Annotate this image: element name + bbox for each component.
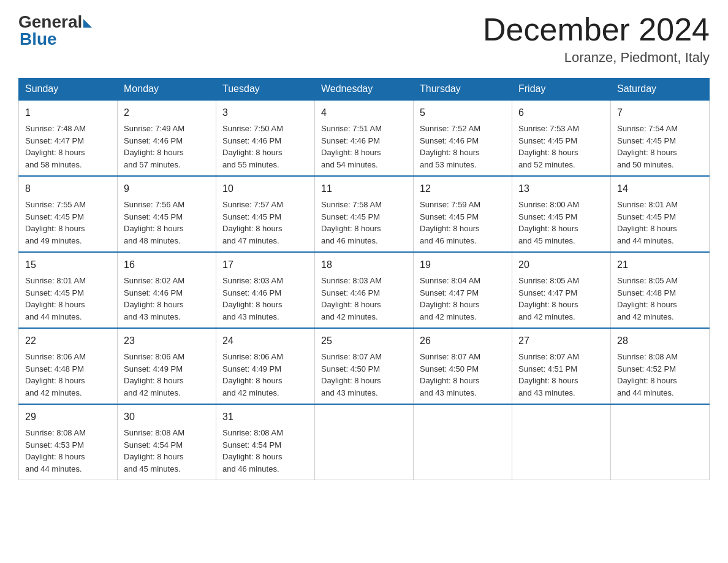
day-info: Sunrise: 8:05 AM Sunset: 4:47 PM Dayligh… xyxy=(518,275,604,323)
day-info: Sunrise: 8:08 AM Sunset: 4:53 PM Dayligh… xyxy=(25,427,111,475)
day-number: 20 xyxy=(518,258,604,272)
table-row: 20 Sunrise: 8:05 AM Sunset: 4:47 PM Dayl… xyxy=(512,252,611,328)
title-block: December 2024 Loranze, Piedmont, Italy xyxy=(483,12,710,66)
day-info: Sunrise: 7:59 AM Sunset: 4:45 PM Dayligh… xyxy=(420,199,506,247)
day-info: Sunrise: 8:08 AM Sunset: 4:54 PM Dayligh… xyxy=(222,427,308,475)
table-row: 26 Sunrise: 8:07 AM Sunset: 4:50 PM Dayl… xyxy=(414,328,512,404)
day-number: 5 xyxy=(420,105,506,120)
day-info: Sunrise: 7:49 AM Sunset: 4:46 PM Dayligh… xyxy=(124,123,210,170)
day-number: 13 xyxy=(518,182,604,196)
table-row: 9 Sunrise: 7:56 AM Sunset: 4:45 PM Dayli… xyxy=(118,176,216,252)
day-number: 17 xyxy=(222,258,308,272)
table-row: 12 Sunrise: 7:59 AM Sunset: 4:45 PM Dayl… xyxy=(414,176,512,252)
table-row: 25 Sunrise: 8:07 AM Sunset: 4:50 PM Dayl… xyxy=(315,328,414,404)
calendar-header-row: Sunday Monday Tuesday Wednesday Thursday… xyxy=(19,79,710,101)
table-row xyxy=(611,404,710,480)
location-title: Loranze, Piedmont, Italy xyxy=(483,50,710,66)
day-number: 10 xyxy=(222,182,308,196)
day-info: Sunrise: 8:04 AM Sunset: 4:47 PM Dayligh… xyxy=(420,275,506,323)
day-info: Sunrise: 8:03 AM Sunset: 4:46 PM Dayligh… xyxy=(222,275,308,323)
day-number: 16 xyxy=(124,258,210,272)
day-number: 9 xyxy=(124,182,210,196)
table-row: 17 Sunrise: 8:03 AM Sunset: 4:46 PM Dayl… xyxy=(216,252,315,328)
day-number: 15 xyxy=(25,258,111,272)
day-number: 18 xyxy=(321,258,407,272)
table-row: 3 Sunrise: 7:50 AM Sunset: 4:46 PM Dayli… xyxy=(216,100,315,176)
col-thursday: Thursday xyxy=(414,79,512,101)
day-info: Sunrise: 8:07 AM Sunset: 4:50 PM Dayligh… xyxy=(321,351,407,399)
day-number: 4 xyxy=(321,105,407,120)
day-number: 3 xyxy=(222,105,308,120)
day-info: Sunrise: 8:02 AM Sunset: 4:46 PM Dayligh… xyxy=(124,275,210,323)
table-row: 19 Sunrise: 8:04 AM Sunset: 4:47 PM Dayl… xyxy=(414,252,512,328)
logo: General Blue xyxy=(18,12,92,49)
table-row: 28 Sunrise: 8:08 AM Sunset: 4:52 PM Dayl… xyxy=(611,328,710,404)
table-row: 13 Sunrise: 8:00 AM Sunset: 4:45 PM Dayl… xyxy=(512,176,611,252)
day-number: 27 xyxy=(518,334,604,348)
table-row: 4 Sunrise: 7:51 AM Sunset: 4:46 PM Dayli… xyxy=(315,100,414,176)
calendar-week-row: 8 Sunrise: 7:55 AM Sunset: 4:45 PM Dayli… xyxy=(19,176,710,252)
day-info: Sunrise: 8:06 AM Sunset: 4:48 PM Dayligh… xyxy=(25,351,111,399)
day-info: Sunrise: 7:51 AM Sunset: 4:46 PM Dayligh… xyxy=(321,123,407,170)
table-row: 11 Sunrise: 7:58 AM Sunset: 4:45 PM Dayl… xyxy=(315,176,414,252)
calendar-week-row: 29 Sunrise: 8:08 AM Sunset: 4:53 PM Dayl… xyxy=(19,404,710,480)
day-number: 11 xyxy=(321,182,407,196)
day-number: 8 xyxy=(25,182,111,196)
day-info: Sunrise: 7:58 AM Sunset: 4:45 PM Dayligh… xyxy=(321,199,407,247)
day-info: Sunrise: 8:07 AM Sunset: 4:50 PM Dayligh… xyxy=(420,351,506,399)
day-number: 29 xyxy=(25,410,111,424)
day-number: 28 xyxy=(617,334,703,348)
day-number: 6 xyxy=(518,105,604,120)
day-info: Sunrise: 7:57 AM Sunset: 4:45 PM Dayligh… xyxy=(222,199,308,247)
day-info: Sunrise: 7:55 AM Sunset: 4:45 PM Dayligh… xyxy=(25,199,111,247)
day-number: 1 xyxy=(25,105,111,120)
day-info: Sunrise: 8:08 AM Sunset: 4:52 PM Dayligh… xyxy=(617,351,703,399)
table-row: 1 Sunrise: 7:48 AM Sunset: 4:47 PM Dayli… xyxy=(19,100,118,176)
table-row: 22 Sunrise: 8:06 AM Sunset: 4:48 PM Dayl… xyxy=(19,328,118,404)
table-row: 23 Sunrise: 8:06 AM Sunset: 4:49 PM Dayl… xyxy=(118,328,216,404)
day-info: Sunrise: 8:01 AM Sunset: 4:45 PM Dayligh… xyxy=(25,275,111,323)
col-wednesday: Wednesday xyxy=(315,79,414,101)
table-row: 21 Sunrise: 8:05 AM Sunset: 4:48 PM Dayl… xyxy=(611,252,710,328)
day-info: Sunrise: 8:07 AM Sunset: 4:51 PM Dayligh… xyxy=(518,351,604,399)
day-number: 22 xyxy=(25,334,111,348)
day-info: Sunrise: 7:52 AM Sunset: 4:46 PM Dayligh… xyxy=(420,123,506,170)
day-number: 25 xyxy=(321,334,407,348)
table-row xyxy=(315,404,414,480)
calendar-table: Sunday Monday Tuesday Wednesday Thursday… xyxy=(18,78,710,480)
col-friday: Friday xyxy=(512,79,611,101)
day-number: 7 xyxy=(617,105,703,120)
day-info: Sunrise: 7:50 AM Sunset: 4:46 PM Dayligh… xyxy=(222,123,308,170)
day-info: Sunrise: 8:08 AM Sunset: 4:54 PM Dayligh… xyxy=(124,427,210,475)
day-number: 2 xyxy=(124,105,210,120)
col-saturday: Saturday xyxy=(611,79,710,101)
table-row: 24 Sunrise: 8:06 AM Sunset: 4:49 PM Dayl… xyxy=(216,328,315,404)
day-number: 30 xyxy=(124,410,210,424)
table-row: 6 Sunrise: 7:53 AM Sunset: 4:45 PM Dayli… xyxy=(512,100,611,176)
day-info: Sunrise: 7:54 AM Sunset: 4:45 PM Dayligh… xyxy=(617,123,703,170)
table-row: 31 Sunrise: 8:08 AM Sunset: 4:54 PM Dayl… xyxy=(216,404,315,480)
day-info: Sunrise: 8:03 AM Sunset: 4:46 PM Dayligh… xyxy=(321,275,407,323)
col-monday: Monday xyxy=(118,79,216,101)
table-row: 7 Sunrise: 7:54 AM Sunset: 4:45 PM Dayli… xyxy=(611,100,710,176)
table-row: 30 Sunrise: 8:08 AM Sunset: 4:54 PM Dayl… xyxy=(118,404,216,480)
table-row xyxy=(414,404,512,480)
col-sunday: Sunday xyxy=(19,79,118,101)
table-row: 8 Sunrise: 7:55 AM Sunset: 4:45 PM Dayli… xyxy=(19,176,118,252)
day-info: Sunrise: 8:05 AM Sunset: 4:48 PM Dayligh… xyxy=(617,275,703,323)
table-row: 29 Sunrise: 8:08 AM Sunset: 4:53 PM Dayl… xyxy=(19,404,118,480)
day-info: Sunrise: 8:06 AM Sunset: 4:49 PM Dayligh… xyxy=(222,351,308,399)
day-number: 26 xyxy=(420,334,506,348)
day-number: 23 xyxy=(124,334,210,348)
day-number: 19 xyxy=(420,258,506,272)
day-number: 12 xyxy=(420,182,506,196)
calendar-week-row: 1 Sunrise: 7:48 AM Sunset: 4:47 PM Dayli… xyxy=(19,100,710,176)
table-row: 14 Sunrise: 8:01 AM Sunset: 4:45 PM Dayl… xyxy=(611,176,710,252)
day-info: Sunrise: 7:48 AM Sunset: 4:47 PM Dayligh… xyxy=(25,123,111,170)
day-info: Sunrise: 7:56 AM Sunset: 4:45 PM Dayligh… xyxy=(124,199,210,247)
day-info: Sunrise: 7:53 AM Sunset: 4:45 PM Dayligh… xyxy=(518,123,604,170)
calendar-week-row: 22 Sunrise: 8:06 AM Sunset: 4:48 PM Dayl… xyxy=(19,328,710,404)
table-row: 15 Sunrise: 8:01 AM Sunset: 4:45 PM Dayl… xyxy=(19,252,118,328)
table-row: 27 Sunrise: 8:07 AM Sunset: 4:51 PM Dayl… xyxy=(512,328,611,404)
day-info: Sunrise: 8:06 AM Sunset: 4:49 PM Dayligh… xyxy=(124,351,210,399)
